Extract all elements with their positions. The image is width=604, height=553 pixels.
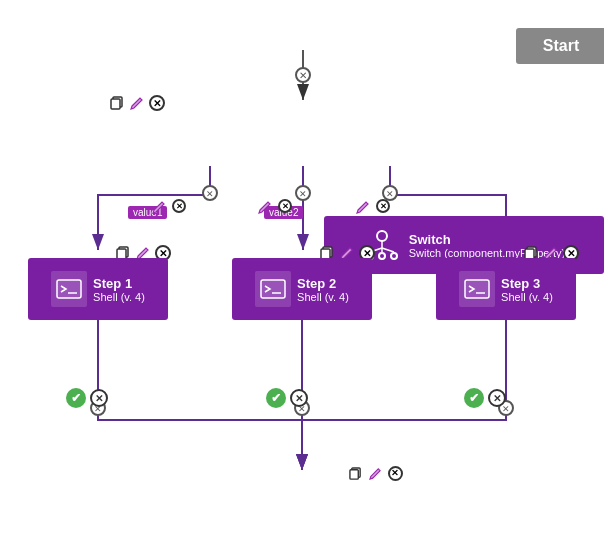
step3-outcome: ✔ ✕ (464, 388, 506, 408)
step2-node-wrapper: ✕ Step 2 Shell (v. 4) (232, 258, 372, 320)
step2-outcome-delete-icon[interactable]: ✕ (290, 389, 308, 407)
svg-text:✕: ✕ (299, 70, 307, 81)
svg-point-19 (377, 231, 387, 241)
switch-tools: ✕ (108, 94, 166, 112)
step1-title: Step 1 (93, 276, 145, 291)
success-tools: ✕ (346, 464, 404, 482)
step2-shell-icon (255, 271, 291, 307)
step2-success-icon[interactable]: ✔ (266, 388, 286, 408)
switch-delete-icon[interactable]: ✕ (148, 94, 166, 112)
svg-point-5 (203, 186, 217, 200)
delete-value1-icon[interactable]: ✕ (172, 199, 186, 213)
step2-outcome: ✔ ✕ (266, 388, 308, 408)
success-copy-icon[interactable] (346, 464, 364, 482)
edit-value2-icon[interactable] (258, 200, 272, 218)
step1-text: Step 1 Shell (v. 4) (93, 276, 145, 303)
svg-text:✕: ✕ (386, 189, 394, 199)
step1-node[interactable]: Step 1 Shell (v. 4) (28, 258, 168, 320)
svg-text:✕: ✕ (299, 189, 307, 199)
step1-outcome-delete-icon[interactable]: ✕ (90, 389, 108, 407)
svg-point-22 (391, 253, 397, 259)
svg-line-25 (382, 248, 394, 252)
success-edit-icon[interactable] (366, 464, 384, 482)
step3-shell-icon (459, 271, 495, 307)
step3-success-icon[interactable]: ✔ (464, 388, 484, 408)
svg-rect-28 (57, 280, 81, 298)
delete-value2-icon[interactable]: ✕ (278, 199, 292, 213)
step1-shell-icon (51, 271, 87, 307)
step1-node-wrapper: ✕ Step 1 Shell (v. 4) (28, 258, 168, 320)
svg-text:✕: ✕ (206, 189, 214, 199)
step3-outcome-delete-icon[interactable]: ✕ (488, 389, 506, 407)
step3-node[interactable]: Step 3 Shell (v. 4) (436, 258, 576, 320)
svg-point-3 (296, 68, 310, 82)
step2-title: Step 2 (297, 276, 349, 291)
edit-value1-icon[interactable] (152, 200, 166, 218)
svg-point-9 (383, 186, 397, 200)
step3-subtitle: Shell (v. 4) (501, 291, 553, 303)
delete-step3-branch-icon[interactable]: ✕ (376, 199, 390, 213)
switch-edit-icon[interactable] (128, 94, 146, 112)
step1-subtitle: Shell (v. 4) (93, 291, 145, 303)
start-node[interactable]: Start (516, 28, 604, 64)
svg-rect-32 (261, 280, 285, 298)
svg-rect-39 (349, 469, 357, 478)
svg-point-21 (379, 253, 385, 259)
step2-text: Step 2 Shell (v. 4) (297, 276, 349, 303)
svg-point-7 (296, 186, 310, 200)
svg-rect-36 (465, 280, 489, 298)
workflow-canvas: ✕ ✕ ✕ ✕ ✕ ✕ ✕ Start (0, 0, 604, 553)
step3-node-wrapper: ✕ Step 3 Shell (v. 4) (436, 258, 576, 320)
step3-text: Step 3 Shell (v. 4) (501, 276, 553, 303)
success-delete-icon[interactable]: ✕ (386, 464, 404, 482)
step1-outcome: ✔ ✕ (66, 388, 108, 408)
edit-step3-branch-icon[interactable] (356, 200, 370, 218)
step2-node[interactable]: Step 2 Shell (v. 4) (232, 258, 372, 320)
step1-success-icon[interactable]: ✔ (66, 388, 86, 408)
start-label: Start (543, 37, 579, 55)
step2-subtitle: Shell (v. 4) (297, 291, 349, 303)
svg-rect-18 (111, 99, 120, 109)
step3-title: Step 3 (501, 276, 553, 291)
switch-copy-icon[interactable] (108, 94, 126, 112)
